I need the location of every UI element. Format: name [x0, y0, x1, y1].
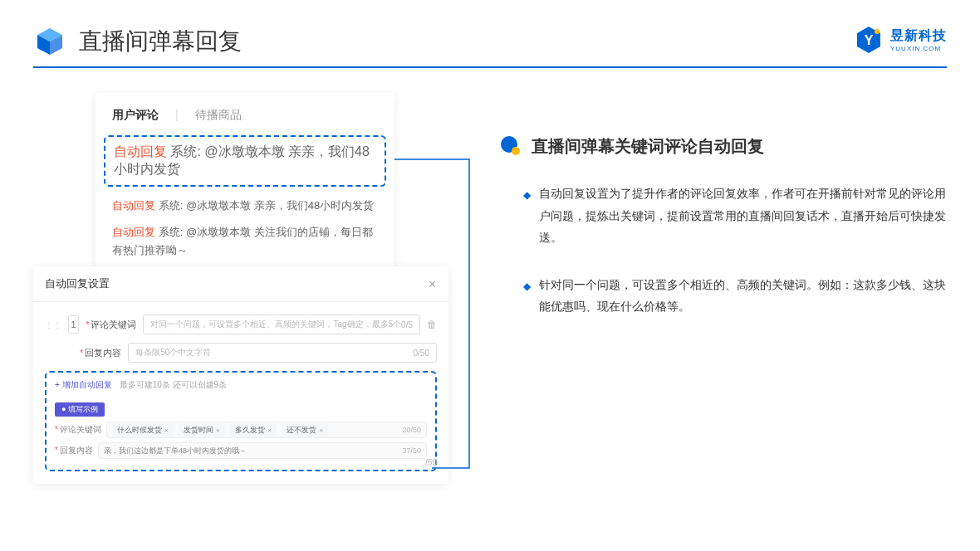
svg-point-3	[512, 147, 520, 155]
auto-reply-tag: 自动回复	[114, 144, 167, 158]
add-auto-reply-link[interactable]: + 增加自动回复	[55, 379, 112, 391]
close-icon[interactable]: ✕	[428, 278, 437, 290]
content-input[interactable]: 每条限50个中文字符 0/50	[128, 343, 437, 363]
outer-counter: /50	[425, 458, 437, 467]
comment-panel: 用户评论 | 待播商品 自动回复 系统: @冰墩墩本墩 亲亲，我们48小时内发货…	[96, 93, 394, 283]
section-title: 直播间弹幕关键词评论自动回复	[532, 135, 764, 158]
bullet-item: ◆ 自动回复设置为了提升作者的评论回复效率，作者可在开播前针对常见的评论用户问题…	[523, 183, 947, 249]
page-title: 直播间弹幕回复	[79, 26, 242, 57]
example-tag: ● 填写示例	[55, 402, 105, 417]
keyword-chip: 还不发货×	[282, 423, 328, 437]
bullet-item: ◆ 针对同一个问题，可设置多个相近的、高频的关键词。例如：这款多少钱、这块能优惠…	[523, 274, 947, 318]
example-content-input: 亲，我们这边都是下单48小时内发货的哦～ 37/50	[98, 442, 427, 459]
keyword-chip: 发货时间×	[179, 423, 225, 437]
header-divider	[33, 66, 947, 68]
comment-row: 自动回复 系统: @冰墩墩本墩 关注我们的店铺，每日都有热门推荐呦～	[112, 223, 378, 260]
tab-user-comments[interactable]: 用户评论	[112, 108, 159, 123]
company-logo: Y 昱新科技 YUUXIN.COM	[854, 25, 947, 55]
comment-row: 自动回复 系统: @冰墩墩本墩 亲亲，我们48小时内发货	[112, 197, 378, 215]
drag-handle-icon[interactable]: ⋮⋮	[45, 320, 61, 329]
logo-domain: YUUXIN.COM	[890, 45, 947, 52]
keyword-chip: 什么时候发货×	[112, 423, 174, 437]
tab-pending-products[interactable]: 待播商品	[195, 108, 242, 123]
hint-text: 最多可建10条 还可以创建9条	[120, 380, 227, 389]
svg-text:Y: Y	[865, 33, 874, 47]
example-box: + 增加自动回复 最多可建10条 还可以创建9条 ● 填写示例 *评论关键词 什…	[45, 371, 437, 471]
chat-bubble-icon	[498, 134, 522, 158]
tab-divider: |	[175, 108, 179, 123]
index-box: 1	[68, 315, 79, 334]
svg-point-1	[875, 29, 880, 34]
diamond-icon: ◆	[523, 186, 531, 249]
auto-reply-settings-panel: 自动回复设置 ✕ ⋮⋮ 1 *评论关键词 对同一个问题，可设置多个相近、高频的关…	[33, 266, 448, 484]
logo-name: 昱新科技	[890, 27, 947, 45]
trash-icon[interactable]: 🗑	[427, 319, 437, 330]
highlighted-comment: 自动回复 系统: @冰墩墩本墩 亲亲，我们48小时内发货	[104, 135, 386, 187]
cube-icon	[33, 25, 66, 58]
keyword-chip: 多久发货×	[230, 423, 277, 437]
keyword-input[interactable]: 对同一个问题，可设置多个相近、高频的关键词，Tag确定，最多5个 0/5	[143, 315, 420, 334]
settings-title: 自动回复设置	[45, 276, 110, 291]
example-keyword-input: 什么时候发货× 发货时间× 多久发货× 还不发货× 20/50	[106, 422, 427, 438]
diamond-icon: ◆	[523, 277, 531, 318]
